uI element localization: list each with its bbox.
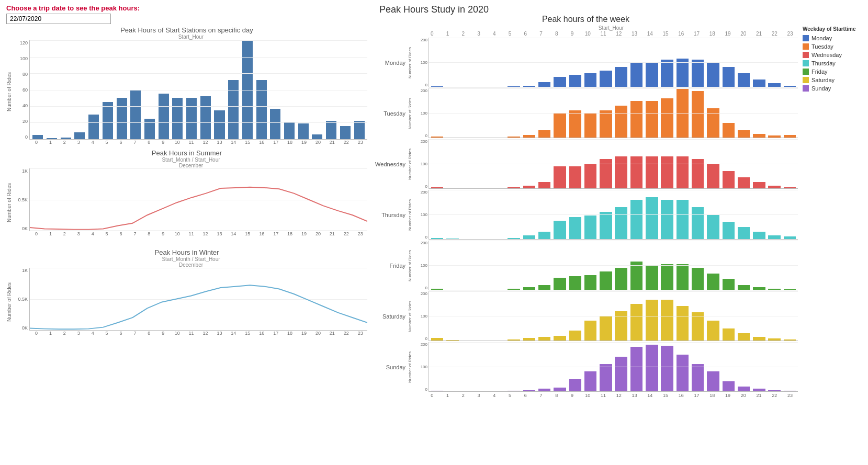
week-bar [692, 91, 704, 138]
summer-chart: Peak Hours in Summer Number of Rides Sta… [6, 149, 367, 248]
winter-subtitle: Start_Month / Start_Hour [15, 256, 367, 262]
legend-color-monday [803, 35, 809, 41]
week-bar [538, 182, 550, 188]
week-bar [508, 137, 520, 138]
week-bar [677, 264, 689, 290]
legend-item-friday: Friday [803, 69, 865, 75]
week-bar [661, 264, 673, 290]
week-bar [784, 86, 796, 87]
winter-month: December [15, 262, 367, 268]
week-bar [707, 371, 719, 391]
week-bar [538, 285, 550, 290]
week-bar [738, 285, 750, 290]
legend-title: Weekday of Starttime [803, 26, 865, 32]
week-bar [707, 62, 719, 87]
legend-label-monday: Monday [811, 35, 832, 41]
week-col-label: Start_Hour [424, 25, 798, 31]
week-bar [661, 346, 673, 391]
week-bar [723, 381, 735, 391]
legend-label-thursday: Thursday [811, 60, 836, 66]
week-bar [692, 207, 704, 239]
winter-title: Peak Hours in Winter [6, 248, 367, 256]
week-bar [584, 321, 596, 341]
week-bar [446, 239, 458, 239]
week-bar [584, 216, 596, 239]
week-bar [615, 106, 627, 138]
week-bar [768, 289, 780, 290]
week-bar [508, 187, 520, 188]
legend-item-sunday: Sunday [803, 85, 865, 92]
legend-item-monday: Monday [803, 35, 865, 41]
week-bar [431, 289, 443, 290]
week-bar [584, 113, 596, 138]
week-bar [723, 67, 735, 87]
week-row-wednesday: WednesdayNumber of Rides2001000 [374, 139, 798, 189]
week-bar [753, 80, 765, 87]
legend-label-tuesday: Tuesday [811, 43, 833, 50]
week-row-saturday: SaturdayNumber of Rides2001000 [374, 291, 798, 341]
week-bar [738, 177, 750, 188]
week-bar [646, 101, 658, 138]
week-row-monday: MondayNumber of Rides2001000 [374, 38, 798, 87]
week-bar [661, 98, 673, 138]
daily-y-label: Number of Rides [6, 34, 15, 149]
week-bar [569, 276, 581, 290]
winter-y-label: Number of Rides [6, 256, 15, 348]
week-bar [784, 289, 796, 290]
week-bar [692, 60, 704, 87]
week-bar [723, 279, 735, 290]
week-bar [738, 73, 750, 87]
week-bar [508, 391, 520, 391]
week-bar [646, 156, 658, 188]
date-input[interactable] [6, 14, 111, 24]
week-bar [431, 137, 443, 138]
week-bar [677, 59, 689, 87]
week-bar [723, 171, 735, 188]
week-bar [768, 186, 780, 188]
legend-item-saturday: Saturday [803, 77, 865, 83]
legend-label-wednesday: Wednesday [811, 52, 842, 58]
week-bar [784, 339, 796, 341]
week-bar [584, 164, 596, 188]
week-bar [431, 86, 443, 87]
week-y-label-tuesday: Number of Rides [408, 88, 416, 138]
week-bar [554, 336, 566, 341]
week-bar [630, 156, 642, 188]
week-row-friday: FridayNumber of Rides2001000 [374, 241, 798, 290]
week-y-label-friday: Number of Rides [408, 241, 416, 290]
week-bar [538, 82, 550, 87]
week-bar [784, 391, 796, 391]
week-bar [630, 262, 642, 290]
week-bar [723, 222, 735, 239]
week-bar [554, 388, 566, 391]
legend-label-sunday: Sunday [811, 85, 831, 92]
week-bar [431, 391, 443, 391]
week-bar [646, 345, 658, 391]
week-bar [431, 338, 443, 341]
week-bar [768, 135, 780, 138]
legend-color-thursday [803, 60, 809, 66]
week-bar [723, 123, 735, 138]
week-bar [615, 207, 627, 239]
week-bar [630, 62, 642, 87]
week-bar [569, 331, 581, 341]
summer-subtitle: Start_Month / Start_Hour [15, 157, 367, 163]
week-bar [600, 364, 612, 391]
week-bar [661, 60, 673, 87]
week-bar [508, 339, 520, 341]
week-bar [630, 101, 642, 138]
week-bar [707, 214, 719, 239]
week-bar [677, 200, 689, 239]
legend-color-sunday [803, 85, 809, 92]
week-bar [600, 316, 612, 341]
week-bar [569, 166, 581, 188]
week-bar [630, 347, 642, 391]
week-bar [615, 156, 627, 188]
week-bar [508, 289, 520, 290]
summer-y-label: Number of Rides [6, 157, 15, 248]
week-bar [600, 110, 612, 138]
week-bar [538, 389, 550, 391]
week-bar [554, 166, 566, 188]
week-bar [554, 113, 566, 138]
week-bar [707, 321, 719, 341]
